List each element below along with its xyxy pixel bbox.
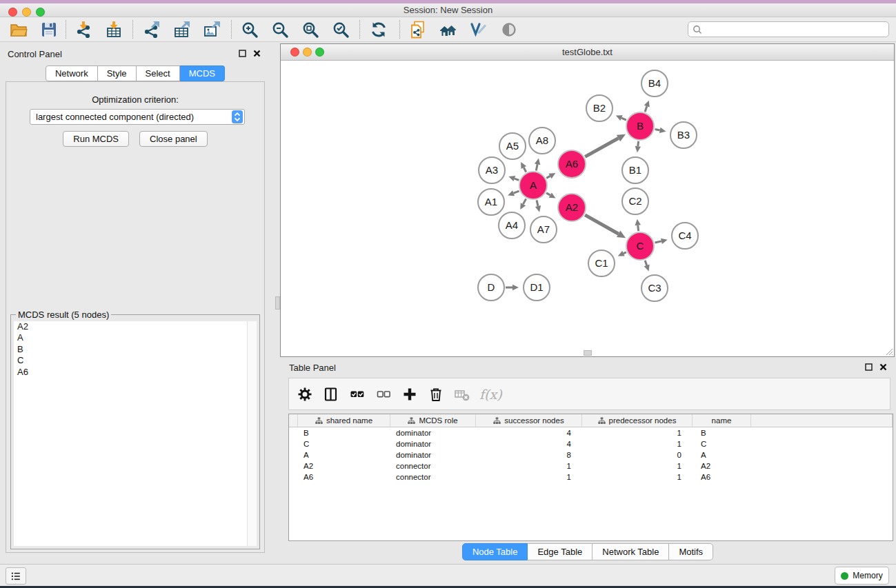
zoom-fit-button[interactable] [297,19,323,40]
column-header-successor-nodes[interactable]: successor nodes [476,414,582,427]
graph-node-B1[interactable]: B1 [622,157,648,183]
graph-edge-A-A6[interactable] [546,176,550,178]
table-row[interactable]: A2 connector 1 1 A2 [289,460,893,472]
float-panel-icon[interactable] [239,50,246,57]
graph-node-B4[interactable]: B4 [641,70,668,97]
mcds-result-list[interactable]: A2ABCA6 [14,321,257,546]
graph-edge-A-A2[interactable] [546,193,550,195]
graph-node-A2[interactable]: A2 [558,194,586,221]
graph-edge-A-A5[interactable] [524,168,526,172]
network-graph-canvas[interactable]: AA1A2A3A4A5A6A7A8BB1B2B3B4CC1C2C3C4DD1 [281,61,894,356]
graph-node-B3[interactable]: B3 [670,122,697,148]
graph-node-A6[interactable]: A6 [558,150,586,178]
graph-edge-C-C1[interactable] [624,252,626,254]
tab-mcds[interactable]: MCDS [180,65,225,81]
network-maximize-traffic-light[interactable] [315,48,324,57]
export-image-button[interactable] [199,19,225,40]
graph-edge-A-A1[interactable] [514,191,519,193]
graph-node-A8[interactable]: A8 [529,128,555,154]
memory-button[interactable]: Memory [835,567,889,585]
graph-node-A4[interactable]: A4 [499,212,525,239]
zoom-in-button[interactable] [237,19,263,40]
delete-column-button[interactable] [426,383,446,406]
network-window-titlebar[interactable]: testGlobe.txt [281,44,894,61]
open-session-button[interactable] [6,19,32,40]
network-close-traffic-light[interactable] [290,48,299,57]
graph-node-A3[interactable]: A3 [479,157,505,183]
graph-node-D1[interactable]: D1 [524,274,550,301]
column-header-name[interactable]: name [693,414,751,427]
search-field[interactable] [688,21,889,37]
export-table-button[interactable] [168,19,195,40]
horizontal-splitter-handle[interactable] [584,350,592,356]
column-header-shared-name[interactable]: shared name [298,414,390,427]
vertical-splitter-handle[interactable] [275,296,280,310]
graph-node-B2[interactable]: B2 [586,95,613,121]
graph-edge-A-A4[interactable] [523,199,526,204]
graph-node-A[interactable]: A [519,172,547,199]
column-header-MCDS-role[interactable]: MCDS role [390,414,476,427]
graph-node-C1[interactable]: C1 [588,250,615,276]
graph-edge-B-B1[interactable] [638,141,639,146]
tab-motifs[interactable]: Motifs [669,543,713,560]
show-panels-button[interactable] [6,567,26,585]
graph-node-D[interactable]: D [478,274,504,301]
vizmapper-button[interactable] [466,19,492,40]
graph-node-C2[interactable]: C2 [622,188,648,214]
close-traffic-light[interactable] [8,8,17,17]
graph-edge-A-A8[interactable] [536,164,537,170]
select-all-button[interactable] [347,383,368,406]
graph-edge-A6-B[interactable] [585,138,618,156]
zoom-out-button[interactable] [267,19,293,40]
maximize-traffic-light[interactable] [36,8,45,17]
column-header-predecessor-nodes[interactable]: predecessor nodes [582,414,693,427]
graph-edge-C-C4[interactable] [655,241,661,243]
show-hide-button[interactable] [496,19,522,40]
delete-table-button[interactable] [452,383,472,406]
minimize-traffic-light[interactable] [22,8,31,17]
table-settings-button[interactable] [295,383,315,406]
deselect-all-button[interactable] [373,383,394,406]
graph-edge-A2-C[interactable] [585,215,619,234]
network-minimize-traffic-light[interactable] [303,48,312,57]
graph-edge-A-A7[interactable] [537,200,538,206]
search-input[interactable] [705,24,884,35]
home-view-button[interactable] [435,19,461,40]
graph-edge-C-C2[interactable] [638,225,639,231]
save-session-button[interactable] [36,19,62,40]
table-row[interactable]: A6 connector 1 1 A6 [289,472,893,483]
resize-grip-icon[interactable] [884,346,893,356]
optimization-criterion-select[interactable]: largest connected component (directed) [30,109,245,125]
graph-node-A5[interactable]: A5 [499,133,526,159]
column-layout-button[interactable] [321,383,341,406]
tab-select[interactable]: Select [137,65,180,81]
graph-node-A7[interactable]: A7 [530,216,557,243]
float-panel-icon[interactable] [865,363,873,371]
graph-edge-B-B4[interactable] [645,106,647,112]
graph-node-C[interactable]: C [626,232,654,260]
tab-network[interactable]: Network [46,65,98,81]
graph-node-C3[interactable]: C3 [641,275,668,301]
tab-edge-table[interactable]: Edge Table [528,543,593,560]
result-list-scrollbar[interactable] [247,321,257,546]
graph-node-B[interactable]: B [626,112,654,140]
import-table-button[interactable] [101,19,127,40]
graph-edge-B-B3[interactable] [655,129,660,130]
tab-node-table[interactable]: Node Table [462,543,528,560]
close-panel-icon[interactable] [253,50,261,57]
export-network-button[interactable] [138,19,164,40]
table-row[interactable]: A dominator 8 0 A [289,449,893,460]
graph-edge-B-B2[interactable] [621,118,626,120]
zoom-selected-button[interactable] [328,19,354,40]
graph-edge-C-C3[interactable] [645,261,646,265]
run-mcds-button[interactable]: Run MCDS [63,131,129,147]
graph-node-A1[interactable]: A1 [478,189,504,215]
table-row[interactable]: C dominator 4 1 C [289,438,893,449]
close-panel-button[interactable]: Close panel [139,131,208,147]
tab-network-table[interactable]: Network Table [593,543,669,560]
graph-edge-A-A3[interactable] [515,179,519,180]
copy-network-button[interactable] [405,19,431,40]
function-builder-button[interactable]: f(x) [479,387,502,402]
close-panel-icon[interactable] [879,363,887,371]
tab-style[interactable]: Style [98,65,137,81]
